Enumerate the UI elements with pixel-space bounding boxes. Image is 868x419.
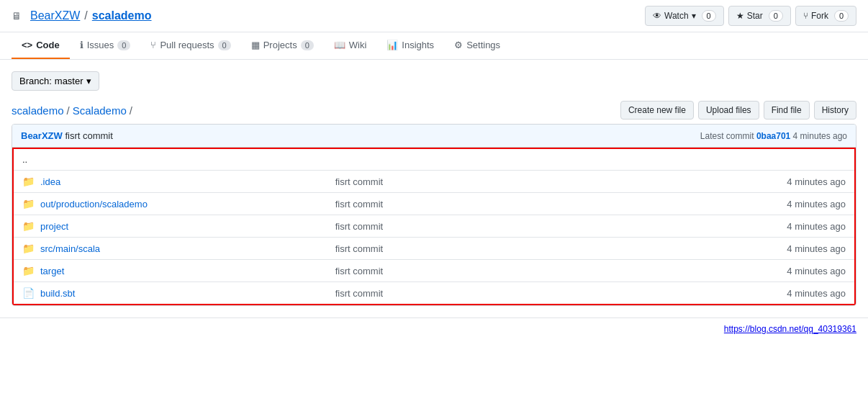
- file-list-body: .. 📁 .idea fisrt commit 4 minutes ago 📁 …: [12, 148, 856, 305]
- upload-files-button[interactable]: Upload files: [698, 101, 759, 120]
- star-count: 0: [769, 10, 783, 22]
- tab-issues-label: Issues: [87, 40, 114, 50]
- fork-count: 0: [834, 10, 849, 22]
- file-time-col: 4 minutes ago: [615, 243, 846, 254]
- tab-code-label: Code: [36, 40, 60, 50]
- footer-bar: https://blog.csdn.net/qq_40319361: [0, 317, 868, 340]
- settings-icon: ⚙: [454, 40, 463, 50]
- file-time-col: 4 minutes ago: [615, 288, 846, 299]
- tab-wiki[interactable]: 📖 Wiki: [324, 32, 377, 59]
- breadcrumb-sep1: /: [67, 104, 70, 117]
- folder-icon: 📁: [22, 198, 35, 210]
- tab-insights[interactable]: 📊 Insights: [376, 32, 444, 59]
- nav-tabs: <> Code ℹ Issues 0 ⑂ Pull requests 0 ▦ P…: [0, 32, 868, 60]
- star-button[interactable]: ★ Star 0: [728, 6, 791, 26]
- commit-header: BearXZW fisrt commit Latest commit 0baa7…: [12, 125, 856, 148]
- file-name-link[interactable]: out/production/scalademo: [40, 199, 148, 210]
- top-bar: 🖥 BearXZW / scalademo 👁 Watch ▾ 0 ★ Star…: [0, 0, 868, 32]
- tab-code[interactable]: <> Code: [12, 32, 70, 59]
- breadcrumb-root-link[interactable]: scalademo: [12, 104, 64, 117]
- file-name-link[interactable]: project: [40, 221, 68, 232]
- file-table: BearXZW fisrt commit Latest commit 0baa7…: [12, 124, 856, 306]
- breadcrumb-sep2: /: [130, 104, 132, 117]
- repo-name-link[interactable]: scalademo: [92, 9, 152, 22]
- folder-icon: 📁: [22, 243, 35, 254]
- tab-projects[interactable]: ▦ Projects 0: [241, 32, 324, 59]
- file-commit-col: fisrt commit: [335, 221, 615, 232]
- file-actions: Create new file Upload files Find file H…: [620, 101, 856, 120]
- find-file-button[interactable]: Find file: [764, 101, 810, 120]
- parent-dir-link: ..: [22, 154, 27, 165]
- star-label: Star: [747, 11, 763, 21]
- breadcrumb: scalademo / Scalademo /: [12, 104, 132, 117]
- branch-label: Branch:: [19, 76, 52, 86]
- file-name-col: 📁 target: [22, 265, 335, 276]
- file-header: scalademo / Scalademo / Create new file …: [12, 101, 856, 120]
- file-name-col: 📁 src/main/scala: [22, 243, 335, 254]
- folder-icon: 📁: [22, 176, 35, 187]
- table-row: 📁 out/production/scalademo fisrt commit …: [14, 193, 854, 215]
- table-row: ..: [14, 149, 854, 171]
- file-time-col: 4 minutes ago: [615, 266, 846, 276]
- latest-commit-label: Latest commit: [700, 131, 754, 141]
- table-row: 📁 project fisrt commit 4 minutes ago: [14, 215, 854, 238]
- insights-icon: 📊: [386, 40, 398, 50]
- tab-projects-label: Projects: [263, 40, 297, 50]
- watch-button[interactable]: 👁 Watch ▾ 0: [645, 6, 724, 26]
- file-commit-col: fisrt commit: [335, 176, 615, 187]
- tab-pull-requests[interactable]: ⑂ Pull requests 0: [140, 32, 240, 59]
- repo-slash: /: [84, 9, 87, 22]
- tab-issues[interactable]: ℹ Issues 0: [70, 32, 141, 59]
- file-name-link[interactable]: build.sbt: [40, 288, 75, 299]
- branch-dropdown-icon: ▾: [86, 76, 91, 86]
- tab-settings-label: Settings: [466, 40, 500, 50]
- file-name-col: 📁 .idea: [22, 176, 335, 187]
- pr-badge: 0: [218, 40, 231, 50]
- file-name-link[interactable]: .idea: [40, 176, 60, 187]
- file-time-col: 4 minutes ago: [615, 221, 846, 232]
- file-name-link[interactable]: src/main/scala: [40, 243, 100, 254]
- history-button[interactable]: History: [814, 101, 856, 120]
- branch-bar: Branch: master ▾: [12, 71, 856, 91]
- file-name-link[interactable]: target: [40, 266, 64, 276]
- table-row: 📄 build.sbt fisrt commit 4 minutes ago: [14, 282, 854, 304]
- tab-pr-label: Pull requests: [160, 40, 214, 50]
- table-row: 📁 target fisrt commit 4 minutes ago: [14, 260, 854, 282]
- file-time-col: 4 minutes ago: [615, 199, 846, 210]
- repo-user-link[interactable]: BearXZW: [30, 9, 80, 22]
- fork-button[interactable]: ⑂ Fork 0: [795, 6, 856, 26]
- projects-icon: ▦: [251, 40, 260, 50]
- wiki-icon: 📖: [334, 40, 345, 50]
- tab-settings[interactable]: ⚙ Settings: [444, 32, 510, 59]
- watch-dropdown-icon: ▾: [692, 11, 696, 21]
- branch-selector[interactable]: Branch: master ▾: [12, 71, 99, 91]
- file-icon: 📄: [22, 287, 35, 299]
- file-time-col: 4 minutes ago: [615, 176, 846, 187]
- breadcrumb-folder-link[interactable]: Scalademo: [73, 104, 127, 117]
- file-commit-col: fisrt commit: [335, 243, 615, 254]
- table-row: 📁 src/main/scala fisrt commit 4 minutes …: [14, 238, 854, 260]
- projects-badge: 0: [301, 40, 314, 50]
- main-content: Branch: master ▾ scalademo / Scalademo /…: [0, 60, 868, 317]
- footer-url-link[interactable]: https://blog.csdn.net/qq_40319361: [724, 324, 856, 334]
- monitor-icon: 🖥: [12, 10, 22, 22]
- top-actions: 👁 Watch ▾ 0 ★ Star 0 ⑂ Fork 0: [645, 6, 856, 26]
- commit-header-right: Latest commit 0baa701 4 minutes ago: [700, 131, 847, 141]
- watch-label: Watch: [664, 11, 689, 21]
- tab-insights-label: Insights: [402, 40, 434, 50]
- file-name-col: ..: [22, 154, 335, 165]
- repo-title: BearXZW / scalademo: [30, 9, 152, 22]
- watch-count: 0: [702, 10, 716, 22]
- branch-name: master: [55, 76, 83, 86]
- issues-icon: ℹ: [80, 40, 83, 50]
- star-icon: ★: [736, 11, 744, 21]
- file-commit-col: fisrt commit: [335, 288, 615, 299]
- create-new-file-button[interactable]: Create new file: [620, 101, 694, 120]
- commit-author-link[interactable]: BearXZW: [21, 130, 63, 141]
- code-icon: <>: [22, 40, 32, 50]
- fork-label: Fork: [811, 11, 828, 21]
- table-row: 📁 .idea fisrt commit 4 minutes ago: [14, 171, 854, 193]
- file-name-col: 📁 out/production/scalademo: [22, 198, 335, 210]
- eye-icon: 👁: [653, 11, 661, 21]
- file-commit-col: fisrt commit: [335, 266, 615, 276]
